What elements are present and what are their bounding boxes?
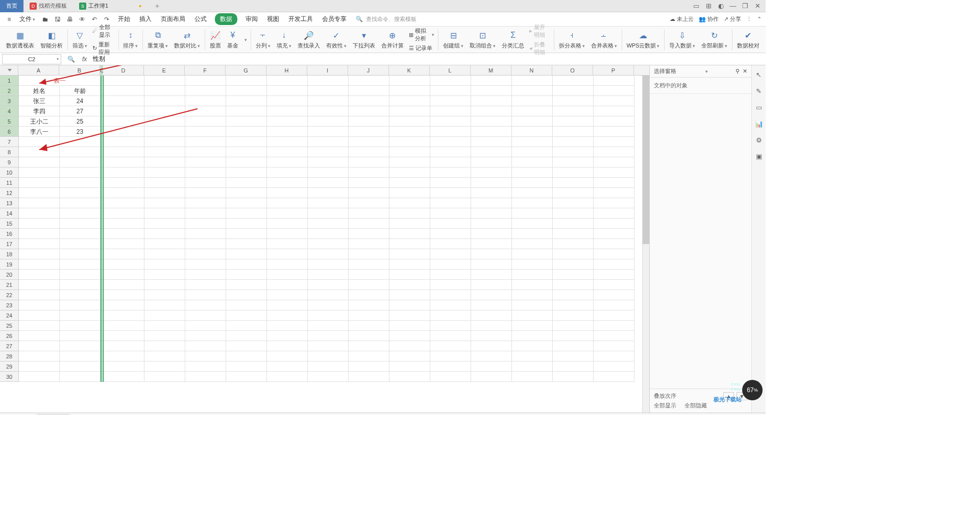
cell-G27[interactable] xyxy=(226,341,267,351)
print-icon[interactable]: 🖶 xyxy=(65,14,75,25)
row-header-17[interactable]: 17 xyxy=(0,239,18,249)
cell-B21[interactable] xyxy=(60,280,101,290)
cell-J16[interactable] xyxy=(349,229,389,239)
cell-G8[interactable] xyxy=(226,147,267,157)
cell-K2[interactable] xyxy=(389,86,430,96)
cell-H16[interactable] xyxy=(267,229,308,239)
cell-A23[interactable] xyxy=(19,300,60,310)
cell-D8[interactable] xyxy=(104,147,144,157)
btn-pivot[interactable]: ▦数据透视表 xyxy=(3,30,37,50)
row-header-16[interactable]: 16 xyxy=(0,229,18,239)
btn-sim[interactable]: ⊞模拟分析▾ xyxy=(409,27,435,42)
cell-E3[interactable] xyxy=(144,96,185,106)
cell-N21[interactable] xyxy=(512,280,553,290)
cell-I28[interactable] xyxy=(308,351,349,361)
cell-I4[interactable] xyxy=(308,106,349,116)
cell-M24[interactable] xyxy=(471,310,512,321)
fx-icon[interactable]: fx xyxy=(79,56,90,63)
cell-E16[interactable] xyxy=(144,229,185,239)
cell-I2[interactable] xyxy=(308,86,349,96)
cell-L15[interactable] xyxy=(430,219,471,229)
cell-P26[interactable] xyxy=(594,331,634,341)
cell-A19[interactable] xyxy=(19,259,60,270)
cell-F21[interactable] xyxy=(185,280,226,290)
cell-G26[interactable] xyxy=(226,331,267,341)
btn-filter[interactable]: ▽筛选▾ xyxy=(69,30,90,50)
col-header-K[interactable]: K xyxy=(389,65,430,75)
cell-P24[interactable] xyxy=(594,310,634,321)
row-header-6[interactable]: 6 xyxy=(0,127,18,137)
cell-L9[interactable] xyxy=(430,157,471,167)
cell-I26[interactable] xyxy=(308,331,349,341)
cell-O6[interactable] xyxy=(553,127,594,137)
cell-D14[interactable] xyxy=(104,208,144,219)
cell-H28[interactable] xyxy=(267,351,308,361)
select-all-corner[interactable] xyxy=(0,65,18,75)
btn-mergesheet[interactable]: ⫠合并表格▾ xyxy=(588,30,620,50)
cell-O17[interactable] xyxy=(553,239,594,249)
cell-I1[interactable] xyxy=(308,76,349,86)
cell-F10[interactable] xyxy=(185,167,226,178)
cell-G21[interactable] xyxy=(226,280,267,290)
cell-M28[interactable] xyxy=(471,351,512,361)
cell-E9[interactable] xyxy=(144,157,185,167)
cell-I18[interactable] xyxy=(308,249,349,259)
cell-L7[interactable] xyxy=(430,137,471,147)
cell-O29[interactable] xyxy=(553,361,594,372)
cell-K17[interactable] xyxy=(389,239,430,249)
tab-view[interactable]: 视图 xyxy=(266,13,280,25)
cell-A13[interactable] xyxy=(19,198,60,208)
cell-H10[interactable] xyxy=(267,167,308,178)
row-header-23[interactable]: 23 xyxy=(0,300,18,310)
col-header-J[interactable]: J xyxy=(348,65,389,75)
cell-M1[interactable] xyxy=(471,76,512,86)
cell-G10[interactable] xyxy=(226,167,267,178)
cell-D2[interactable] xyxy=(104,86,144,96)
cell-D17[interactable] xyxy=(104,239,144,249)
cell-E17[interactable] xyxy=(144,239,185,249)
btn-consolidate[interactable]: ⊕合并计算 xyxy=(378,30,407,50)
row-header-4[interactable]: 4 xyxy=(0,106,18,116)
cell-B4[interactable]: 27 xyxy=(60,106,101,116)
cell-B6[interactable]: 23 xyxy=(60,127,101,137)
cell-J23[interactable] xyxy=(349,300,389,310)
cell-H6[interactable] xyxy=(267,127,308,137)
cell-D3[interactable] xyxy=(104,96,144,106)
cell-L12[interactable] xyxy=(430,188,471,198)
row-header-18[interactable]: 18 xyxy=(0,249,18,259)
btn-dropdown[interactable]: ▾下拉列表 xyxy=(350,30,378,50)
cell-I7[interactable] xyxy=(308,137,349,147)
cell-M26[interactable] xyxy=(471,331,512,341)
cell-K3[interactable] xyxy=(389,96,430,106)
cell-J3[interactable] xyxy=(349,96,389,106)
cell-H4[interactable] xyxy=(267,106,308,116)
cell-I24[interactable] xyxy=(308,310,349,321)
cell-G11[interactable] xyxy=(226,178,267,188)
cell-P7[interactable] xyxy=(594,137,634,147)
cell-F27[interactable] xyxy=(185,341,226,351)
cell-P23[interactable] xyxy=(594,300,634,310)
cell-A30[interactable] xyxy=(19,372,60,382)
cell-K28[interactable] xyxy=(389,351,430,361)
cell-O10[interactable] xyxy=(553,167,594,178)
cell-D12[interactable] xyxy=(104,188,144,198)
col-header-N[interactable]: N xyxy=(511,65,552,75)
datatype-more[interactable]: ▾ xyxy=(241,37,249,42)
cell-K24[interactable] xyxy=(389,310,430,321)
cell-G7[interactable] xyxy=(226,137,267,147)
cell-B5[interactable]: 25 xyxy=(60,116,101,127)
cell-N10[interactable] xyxy=(512,167,553,178)
cell-H14[interactable] xyxy=(267,208,308,219)
cell-K7[interactable] xyxy=(389,137,430,147)
cell-L26[interactable] xyxy=(430,331,471,341)
cell-J12[interactable] xyxy=(349,188,389,198)
cell-B26[interactable] xyxy=(60,331,101,341)
cell-G13[interactable] xyxy=(226,198,267,208)
tool-settings-icon[interactable]: ⚙ xyxy=(754,135,764,145)
cell-L25[interactable] xyxy=(430,321,471,331)
cell-G3[interactable] xyxy=(226,96,267,106)
col-header-F[interactable]: F xyxy=(185,65,226,75)
cell-O26[interactable] xyxy=(553,331,594,341)
tab-start[interactable]: 开始 xyxy=(117,13,131,25)
cell-L14[interactable] xyxy=(430,208,471,219)
